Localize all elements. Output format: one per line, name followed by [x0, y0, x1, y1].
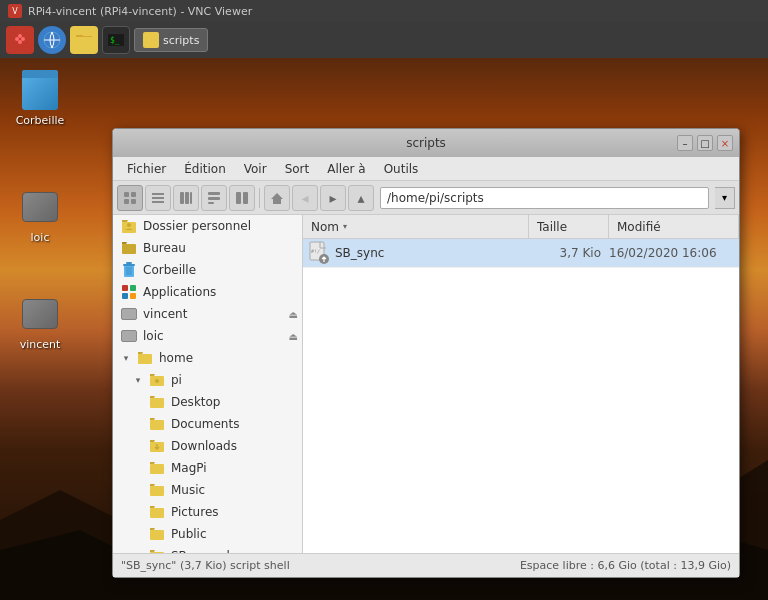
- desktop-icon-vincent[interactable]: vincent: [10, 294, 70, 351]
- vincent-hdd-icon: [121, 306, 137, 322]
- file-manager-window: scripts – □ × Fichier Édition Voir Sort …: [112, 128, 740, 578]
- sidebar-item-magpi[interactable]: MagPi: [113, 457, 302, 479]
- menu-aller-a[interactable]: Aller à: [319, 160, 373, 178]
- loic-hdd-icon: [121, 328, 137, 344]
- panel-view-button[interactable]: [229, 185, 255, 211]
- compact-view-icon: [179, 191, 193, 205]
- svg-rect-24: [236, 192, 241, 204]
- back-button[interactable]: ◂: [292, 185, 318, 211]
- svg-rect-12: [131, 192, 136, 197]
- svg-rect-42: [150, 398, 164, 408]
- svg-rect-15: [152, 193, 164, 195]
- vnc-icon: V: [8, 4, 22, 18]
- sidebar-item-home[interactable]: ▾ home: [113, 347, 302, 369]
- sidebar-item-public[interactable]: Public: [113, 523, 302, 545]
- magpi-label: MagPi: [171, 461, 207, 475]
- menu-voir[interactable]: Voir: [236, 160, 275, 178]
- detail-view-button[interactable]: [201, 185, 227, 211]
- magpi-folder-icon: [149, 460, 165, 476]
- vnc-title: RPi4-vincent (RPi4-vincent) - VNC Viewer: [28, 5, 252, 18]
- svg-text:#!/: #!/: [311, 248, 320, 254]
- menu-bar: Fichier Édition Voir Sort Aller à Outils: [113, 157, 739, 181]
- sidebar-item-pictures[interactable]: Pictures: [113, 501, 302, 523]
- public-folder-icon: [149, 526, 165, 542]
- pictures-label: Pictures: [171, 505, 219, 519]
- desktop-icon-corbeille[interactable]: Corbeille: [10, 70, 70, 127]
- menu-sort[interactable]: Sort: [277, 160, 318, 178]
- forward-button[interactable]: ▸: [320, 185, 346, 211]
- raspberry-icon: [11, 31, 29, 49]
- toolbar-separator-1: [259, 188, 260, 208]
- file-list-header: Nom ▾ Taille Modifié: [303, 215, 739, 239]
- svg-rect-39: [138, 354, 152, 364]
- minimize-button[interactable]: –: [677, 135, 693, 151]
- taskbar-raspberry-button[interactable]: [6, 26, 34, 54]
- sidebar-item-sb-sync-logs[interactable]: SB_sync_logs: [113, 545, 302, 553]
- vincent-eject-icon[interactable]: ⏏: [289, 309, 298, 320]
- svg-rect-20: [190, 192, 192, 204]
- svg-rect-25: [243, 192, 248, 204]
- loic-eject-icon[interactable]: ⏏: [289, 331, 298, 342]
- applications-label: Applications: [143, 285, 216, 299]
- loic-sidebar-label: loic: [143, 329, 164, 343]
- folder-icon: [75, 33, 93, 48]
- address-bar[interactable]: /home/pi/scripts: [380, 187, 709, 209]
- chevron-down-icon: ▾: [722, 192, 727, 203]
- desktop-icons-area: Corbeille loic vincent: [10, 70, 70, 351]
- home-button-icon: [270, 191, 284, 205]
- sidebar-item-vincent[interactable]: vincent ⏏: [113, 303, 302, 325]
- svg-rect-16: [152, 197, 164, 199]
- compact-view-button[interactable]: [173, 185, 199, 211]
- file-list-panel: Nom ▾ Taille Modifié #!/: [303, 215, 739, 553]
- col-header-name[interactable]: Nom ▾: [303, 215, 529, 238]
- svg-rect-14: [131, 199, 136, 204]
- close-button[interactable]: ×: [717, 135, 733, 151]
- sidebar-item-applications[interactable]: Applications: [113, 281, 302, 303]
- list-view-button[interactable]: [145, 185, 171, 211]
- sidebar-item-dossier-personnel[interactable]: Dossier personnel: [113, 215, 302, 237]
- menu-fichier[interactable]: Fichier: [119, 160, 174, 178]
- taskbar-folder-button[interactable]: [70, 26, 98, 54]
- svg-rect-35: [122, 285, 128, 291]
- sidebar-item-bureau[interactable]: Bureau: [113, 237, 302, 259]
- taskbar-browser-button[interactable]: [38, 26, 66, 54]
- file-row-sb-sync[interactable]: #!/ SB_sync 3,7 Kio 16/02/2020 16:06: [303, 239, 739, 268]
- applications-icon: [121, 284, 137, 300]
- sidebar-item-downloads[interactable]: Downloads: [113, 435, 302, 457]
- svg-point-2: [15, 37, 19, 41]
- taskbar-terminal-button[interactable]: $_: [102, 26, 130, 54]
- sb-sync-name: SB_sync: [335, 246, 529, 260]
- svg-text:$_: $_: [110, 36, 120, 45]
- address-dropdown-button[interactable]: ▾: [715, 187, 735, 209]
- back-icon: ◂: [301, 190, 308, 206]
- svg-rect-36: [130, 285, 136, 291]
- sidebar-item-music[interactable]: Music: [113, 479, 302, 501]
- home-toggle-icon[interactable]: ▾: [121, 353, 131, 363]
- icon-view-icon: [123, 191, 137, 205]
- up-button[interactable]: ▴: [348, 185, 374, 211]
- sidebar-item-desktop[interactable]: Desktop: [113, 391, 302, 413]
- taskbar: $_ scripts: [0, 22, 768, 58]
- terminal-icon: $_: [107, 33, 125, 47]
- bureau-icon: [121, 240, 137, 256]
- sidebar-item-pi[interactable]: ▾ pi: [113, 369, 302, 391]
- col-header-size[interactable]: Taille: [529, 215, 609, 238]
- maximize-button[interactable]: □: [697, 135, 713, 151]
- pi-toggle-icon[interactable]: ▾: [133, 375, 143, 385]
- menu-edition[interactable]: Édition: [176, 160, 234, 178]
- sidebar-item-corbeille[interactable]: Corbeille: [113, 259, 302, 281]
- menu-outils[interactable]: Outils: [376, 160, 427, 178]
- sb-sync-modified: 16/02/2020 16:06: [609, 246, 739, 260]
- sidebar-item-loic[interactable]: loic ⏏: [113, 325, 302, 347]
- col-header-modified[interactable]: Modifié: [609, 215, 739, 238]
- home-folder-icon: [137, 350, 153, 366]
- sidebar-item-documents[interactable]: Documents: [113, 413, 302, 435]
- sb-sync-size: 3,7 Kio: [529, 246, 609, 260]
- main-content-area: Dossier personnel Bureau: [113, 215, 739, 553]
- svg-rect-22: [208, 197, 220, 200]
- taskbar-scripts-button[interactable]: scripts: [134, 28, 208, 52]
- list-view-icon: [151, 191, 165, 205]
- home-button[interactable]: [264, 185, 290, 211]
- icon-view-button[interactable]: [117, 185, 143, 211]
- desktop-icon-loic[interactable]: loic: [10, 187, 70, 244]
